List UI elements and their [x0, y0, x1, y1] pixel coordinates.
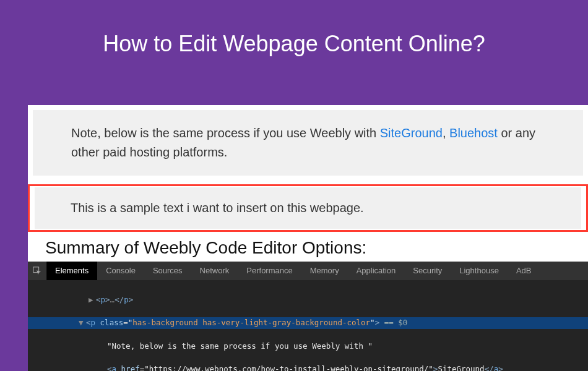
devtools-dom-tree[interactable]: ▶<p>…</p> ▼<p class="has-background has-…	[28, 280, 588, 371]
tab-network[interactable]: Network	[191, 262, 238, 280]
tab-application[interactable]: Application	[348, 262, 405, 280]
devtools-panel: Elements Console Sources Network Perform…	[28, 262, 588, 371]
note-paragraph: Note, below is the same process if you u…	[33, 110, 583, 176]
page-title: How to Edit Webpage Content Online?	[0, 0, 588, 82]
tab-performance[interactable]: Performance	[238, 262, 301, 280]
link-siteground[interactable]: SiteGround	[380, 126, 443, 140]
link-bluehost[interactable]: Bluehost	[449, 126, 498, 140]
tab-memory[interactable]: Memory	[301, 262, 348, 280]
tab-console[interactable]: Console	[97, 262, 144, 280]
highlighted-sample-box: This is a sample text i want to insert o…	[28, 184, 588, 232]
tab-adblock[interactable]: AdB	[508, 262, 540, 280]
summary-heading: Summary of Weebly Code Editor Options:	[28, 232, 588, 262]
sample-text: This is a sample text i want to insert o…	[35, 187, 581, 229]
browser-screenshot: Note, below is the same process if you u…	[28, 105, 588, 371]
tab-security[interactable]: Security	[404, 262, 451, 280]
inspect-icon[interactable]	[28, 262, 46, 280]
tab-sources[interactable]: Sources	[144, 262, 191, 280]
note-sep: ,	[443, 126, 449, 140]
tab-elements[interactable]: Elements	[46, 262, 97, 280]
devtools-tabs: Elements Console Sources Network Perform…	[28, 262, 588, 280]
note-text: Note, below is the same process if you u…	[71, 126, 380, 140]
tab-lighthouse[interactable]: Lighthouse	[451, 262, 508, 280]
